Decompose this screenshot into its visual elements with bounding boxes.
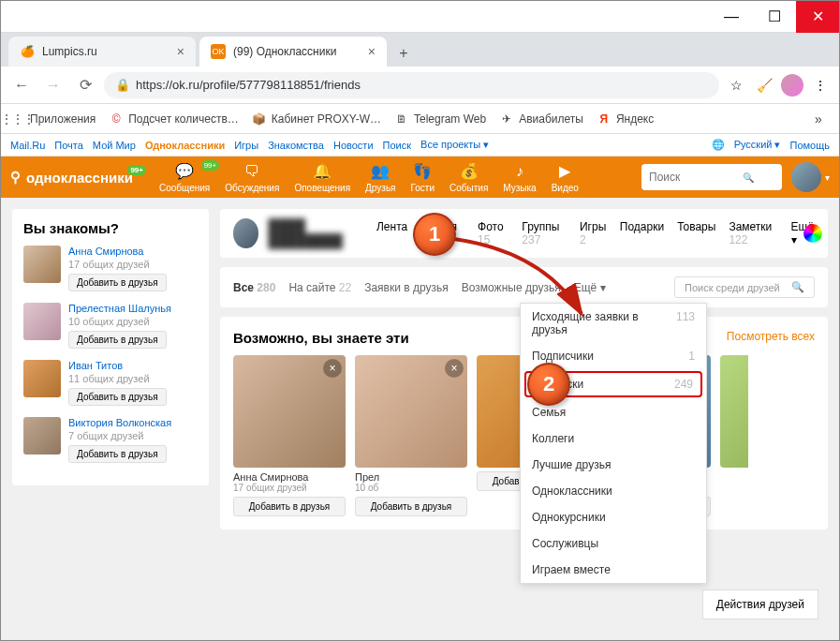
dropdown-item[interactable]: Одноклассники <box>521 478 706 504</box>
dropdown-item[interactable]: Однокурсники <box>521 504 706 530</box>
bookmark-item[interactable]: ЯЯндекс <box>597 112 654 127</box>
suggestion-name[interactable]: Прелестная Шалунья <box>68 303 171 314</box>
add-friend-button[interactable]: Добавить в друзья <box>68 388 167 406</box>
discussions-icon: 🗨 <box>243 162 261 181</box>
dropdown-item[interactable]: Коллеги <box>521 425 706 452</box>
avatar[interactable] <box>23 303 61 340</box>
filter-requests[interactable]: Заявки в друзья <box>364 281 449 294</box>
avatar[interactable] <box>23 360 61 397</box>
messages-icon: 💬 <box>175 162 194 181</box>
tab-title: (99) Одноклассники <box>233 45 336 58</box>
language-selector[interactable]: Русский ▾ <box>734 139 781 151</box>
bookmarks-overflow[interactable]: » <box>807 108 830 130</box>
avatar[interactable] <box>23 246 61 283</box>
filter-online[interactable]: На сайте 22 <box>288 281 351 294</box>
profile-tab[interactable]: Заметки 122 <box>729 220 777 246</box>
ok-logo[interactable]: ⚲ одноклассники 99+ <box>10 169 133 186</box>
profile-row: ████ ████████ Лента Друзья 280 Фото 15 Г… <box>220 209 828 258</box>
help-link[interactable]: Помощь <box>790 140 831 151</box>
card-name[interactable]: Прел <box>355 471 467 483</box>
url-input[interactable]: 🔒 https://ok.ru/profile/577798118851/fri… <box>104 72 719 98</box>
star-icon[interactable]: ☆ <box>725 74 747 97</box>
profile-avatar-icon[interactable] <box>781 74 803 97</box>
nav-video[interactable]: ▶Видео <box>544 162 586 193</box>
color-picker-icon[interactable] <box>803 224 822 243</box>
nav-guests[interactable]: 👣Гости <box>404 162 442 193</box>
mailru-link[interactable]: Новости <box>333 140 374 151</box>
add-friend-button[interactable]: Добавить в друзья <box>68 445 167 463</box>
card-avatar[interactable]: × <box>720 355 748 468</box>
suggestion-name[interactable]: Виктория Волконская <box>68 417 171 428</box>
mailru-link[interactable]: Знакомства <box>268 140 324 151</box>
avatar[interactable] <box>23 417 61 455</box>
extension-icon[interactable]: 🧹 <box>753 74 775 97</box>
forward-button[interactable]: → <box>40 72 66 98</box>
dropdown-item[interactable]: Лучшие друзья <box>521 452 706 478</box>
new-tab-button[interactable]: + <box>391 40 417 67</box>
profile-tab[interactable]: Игры 2 <box>580 220 607 246</box>
browser-tab[interactable]: 🍊 Lumpics.ru × <box>8 37 196 67</box>
mailru-link[interactable]: Поиск <box>383 140 411 151</box>
bookmark-item[interactable]: ©Подсчет количеств… <box>109 112 239 127</box>
bookmark-item[interactable]: 📦Кабинет PROXY-W… <box>252 112 381 127</box>
profile-tab[interactable]: Лента <box>376 220 407 246</box>
profile-tab[interactable]: Группы 237 <box>522 220 567 246</box>
filter-more[interactable]: Ещё ▾ <box>574 281 606 294</box>
profile-tab[interactable]: Подарки <box>620 220 664 246</box>
video-icon: ▶ <box>555 162 574 181</box>
filter-all[interactable]: Все 280 <box>233 281 275 294</box>
dropdown-item[interactable]: Сослуживцы <box>521 530 706 557</box>
back-button[interactable]: ← <box>8 72 35 98</box>
close-icon[interactable]: × <box>445 359 464 378</box>
nav-music[interactable]: ♪Музыка <box>495 162 543 193</box>
tab-close-icon[interactable]: × <box>177 44 184 59</box>
suggestion-name[interactable]: Иван Титов <box>68 360 167 371</box>
nav-events[interactable]: 💰События <box>442 162 495 193</box>
user-avatar[interactable] <box>791 162 821 192</box>
profile-avatar[interactable] <box>233 218 258 248</box>
card-name[interactable]: Анна Смирнова <box>233 471 346 483</box>
ok-search[interactable]: 🔍 <box>641 164 782 190</box>
nav-messages[interactable]: 💬Сообщения99+ <box>152 162 217 193</box>
mailru-link[interactable]: Все проекты ▾ <box>420 139 489 151</box>
search-input[interactable] <box>649 171 743 184</box>
card-avatar[interactable]: × <box>355 355 467 468</box>
browser-tab-active[interactable]: OK (99) Одноклассники × <box>199 37 387 67</box>
nav-discussions[interactable]: 🗨Обсуждения <box>217 162 287 193</box>
reload-button[interactable]: ⟳ <box>72 72 98 98</box>
bookmark-item[interactable]: 🗎Telegram Web <box>394 112 486 127</box>
friends-actions-box[interactable]: Действия друзей <box>702 589 818 619</box>
dropdown-item[interactable]: Играем вместе <box>521 557 706 583</box>
tab-close-icon[interactable]: × <box>368 44 376 59</box>
view-all-link[interactable]: Посмотреть всех <box>727 330 815 346</box>
add-friend-button[interactable]: Добавить в друзья <box>233 497 346 516</box>
nav-friends[interactable]: 👥Друзья <box>358 162 403 193</box>
menu-icon[interactable]: ⋮ <box>809 74 832 97</box>
search-icon[interactable]: 🔍 <box>743 172 754 183</box>
window-close[interactable]: ✕ <box>796 1 839 33</box>
add-friend-button[interactable]: Добавить в друзья <box>68 331 167 349</box>
mailru-link[interactable]: Мой Мир <box>93 140 136 151</box>
bookmark-item[interactable]: ✈Авиабилеты <box>499 112 583 127</box>
profile-tab[interactable]: Фото 15 <box>478 220 508 246</box>
suggestion-name[interactable]: Анна Смирнова <box>68 246 167 257</box>
card-avatar[interactable]: × <box>233 355 346 468</box>
window-maximize[interactable]: ☐ <box>753 1 796 33</box>
bookmark-apps[interactable]: ⋮⋮⋮Приложения <box>10 112 96 127</box>
filter-possible[interactable]: Возможные друзья <box>462 281 561 294</box>
profile-tab[interactable]: Товары <box>677 220 715 246</box>
window-minimize[interactable]: — <box>710 1 753 33</box>
nav-notifications[interactable]: 🔔Оповещения <box>287 162 358 193</box>
mutual-friends: 17 общих друзей <box>68 259 167 270</box>
tab-favicon-icon: OK <box>211 44 226 59</box>
mailru-link[interactable]: Почта <box>54 140 83 151</box>
chevron-down-icon[interactable]: ▾ <box>825 172 830 183</box>
close-icon[interactable]: × <box>323 359 342 378</box>
mailru-link[interactable]: Игры <box>234 140 258 151</box>
mailru-link-active[interactable]: Одноклассники <box>145 140 225 151</box>
mailru-link[interactable]: Mail.Ru <box>10 140 45 151</box>
dropdown-item[interactable]: Исходящие заявки в друзья113 <box>521 304 706 343</box>
friends-search[interactable]: Поиск среди друзей 🔍 <box>674 276 815 298</box>
add-friend-button[interactable]: Добавить в друзья <box>68 274 167 291</box>
add-friend-button[interactable]: Добавить в друзья <box>355 497 467 516</box>
